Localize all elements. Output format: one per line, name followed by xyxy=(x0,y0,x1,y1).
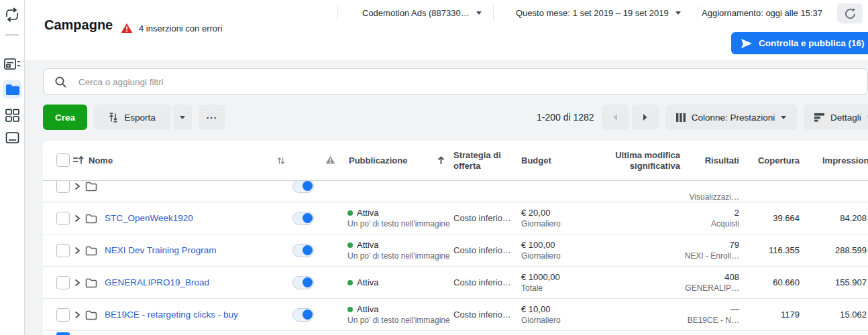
select-all-checkbox[interactable] xyxy=(56,153,70,167)
campaigns-nav-icon[interactable] xyxy=(3,80,21,98)
search-bar[interactable] xyxy=(43,68,868,95)
folder-icon xyxy=(85,310,97,320)
table-row-next-partial xyxy=(43,331,868,335)
header-results[interactable]: Risultati xyxy=(672,141,739,180)
results-cell: 408 GENERALIP… xyxy=(625,267,739,298)
status-dot-icon xyxy=(347,280,353,285)
campaigns-table: Nome Pubblicazione xyxy=(43,141,868,335)
results-sub: Visualizzazi… xyxy=(690,192,739,202)
header-budget[interactable]: Budget xyxy=(521,141,551,180)
toggle-knob xyxy=(303,245,313,255)
export-icon xyxy=(109,113,118,123)
reach-cell: 60.660 xyxy=(738,267,800,298)
budget-cell: € 1000,00 Totale xyxy=(521,267,560,298)
last-update-label: Aggiornamento: oggi alle 15:37 xyxy=(702,0,822,25)
chevron-right-icon[interactable] xyxy=(74,182,80,190)
header-reach[interactable]: Copertura xyxy=(738,141,800,180)
folder-icon xyxy=(85,278,97,288)
bid-strategy-cell: Costo inferio… xyxy=(453,299,521,330)
arrow-left-icon xyxy=(612,113,618,121)
header-bid-strategy[interactable]: Strategia di offerta xyxy=(453,141,524,180)
columns-button[interactable]: Colonne: Prestazioni xyxy=(665,105,797,130)
refresh-icon xyxy=(844,7,857,20)
toggle-knob xyxy=(303,277,313,287)
error-badge[interactable]: 4 inserzioni con errori xyxy=(121,23,222,34)
row-checkbox[interactable] xyxy=(56,244,70,257)
sidebar-divider xyxy=(5,34,19,36)
campaign-toggle[interactable] xyxy=(292,308,314,322)
row-checkbox-partial xyxy=(56,332,70,335)
impressions-cell: 288.599 xyxy=(800,234,867,266)
folder-icon xyxy=(85,214,97,224)
row-checkbox[interactable] xyxy=(56,212,70,225)
table-row: BE19CE - retargeting clicks - buy Attiva… xyxy=(43,299,868,331)
table-row: STC_OpenWeek1920 Attiva Un po' di testo … xyxy=(43,202,868,234)
topbar-divider xyxy=(337,5,338,21)
header-last-edit[interactable]: Ultima modifica significativa xyxy=(566,141,680,180)
bid-strategy-cell: Costo inferio… xyxy=(453,267,521,298)
more-options-button[interactable]: ··· xyxy=(199,105,225,130)
adsets-grid-icon[interactable] xyxy=(3,106,21,125)
ads-preview-icon[interactable] xyxy=(3,129,21,147)
header-impressions[interactable]: Impressioni xyxy=(822,141,868,180)
results-cell: — BE19CE - N… xyxy=(625,299,739,330)
name-sort-icon[interactable] xyxy=(72,155,84,165)
impressions-cell: 15.062 xyxy=(800,299,867,330)
account-selector-label: Codemotion Ads (887330… xyxy=(362,8,470,18)
chevron-right-icon[interactable] xyxy=(74,311,80,319)
campaign-name-link[interactable]: NEXI Dev Training Program xyxy=(105,234,217,266)
error-badge-label: 4 inserzioni con errori xyxy=(139,23,222,34)
chevron-down-icon xyxy=(781,116,786,122)
campaign-name-link[interactable]: GENERALIPRO19_Broad xyxy=(105,267,209,298)
account-overview-icon[interactable] xyxy=(3,55,21,74)
export-caret-button[interactable] xyxy=(173,105,192,130)
bid-strategy-cell: Costo inferio… xyxy=(453,234,521,266)
chevron-right-icon[interactable] xyxy=(74,214,80,222)
page-header: Codemotion Ads (887330… Questo mese: 1 s… xyxy=(24,0,868,60)
details-icon xyxy=(814,113,824,122)
budget-cell: € 20,00 Giornaliero xyxy=(521,202,561,234)
account-selector[interactable]: Codemotion Ads (887330… xyxy=(362,0,482,25)
pagination-label: 1-200 di 1282 xyxy=(537,105,594,130)
status-dot-icon xyxy=(347,307,353,312)
campaign-toggle[interactable] xyxy=(292,181,314,193)
table-row: NEXI Dev Training Program Attiva Un po' … xyxy=(43,234,868,267)
row-checkbox[interactable] xyxy=(56,276,70,289)
export-button[interactable]: Esporta xyxy=(94,105,170,130)
send-icon xyxy=(741,38,753,49)
page-title: Campagne xyxy=(44,17,113,33)
export-label: Esporta xyxy=(124,113,156,123)
next-page-button[interactable] xyxy=(632,105,659,130)
campaign-toggle[interactable] xyxy=(292,244,314,257)
chevron-down-icon xyxy=(180,116,185,122)
folder-icon xyxy=(85,246,97,256)
header-name[interactable]: Nome xyxy=(89,141,113,180)
refresh-button[interactable] xyxy=(837,3,863,23)
topbar-divider xyxy=(698,5,698,21)
date-range-label: Questo mese: 1 set 2019 – 19 set 2019 xyxy=(516,8,669,18)
search-input[interactable] xyxy=(67,76,867,88)
campaign-name-link[interactable]: STC_OpenWeek1920 xyxy=(105,202,193,234)
delivery-status: Attiva Un po' di testo nell'immagine xyxy=(347,202,452,234)
campaign-name-link[interactable]: BE19CE - retargeting clicks - buy xyxy=(105,299,238,330)
row-checkbox[interactable] xyxy=(56,181,70,193)
sort-updown-icon[interactable] xyxy=(277,157,285,165)
campaign-toggle[interactable] xyxy=(292,276,314,289)
sync-icon[interactable] xyxy=(3,5,21,24)
chevron-right-icon[interactable] xyxy=(74,247,80,255)
review-publish-button[interactable]: Controlla e pubblica (16) xyxy=(731,32,868,54)
campaign-toggle[interactable] xyxy=(292,212,314,225)
arrow-right-icon xyxy=(643,113,648,121)
warning-icon xyxy=(121,23,133,34)
status-dot-icon xyxy=(347,243,353,248)
create-button[interactable]: Crea xyxy=(43,105,87,130)
details-button[interactable]: Dettagli xyxy=(804,105,868,130)
chevron-right-icon[interactable] xyxy=(74,279,80,287)
warning-column-icon[interactable] xyxy=(325,155,335,164)
table-row-partial: Visualizzazi… xyxy=(43,181,868,202)
header-delivery[interactable]: Pubblicazione xyxy=(349,141,407,180)
row-checkbox[interactable] xyxy=(56,308,70,322)
impressions-cell: 84.208 xyxy=(800,202,867,234)
prev-page-button[interactable] xyxy=(602,105,629,130)
date-range-selector[interactable]: Questo mese: 1 set 2019 – 19 set 2019 xyxy=(516,0,681,25)
